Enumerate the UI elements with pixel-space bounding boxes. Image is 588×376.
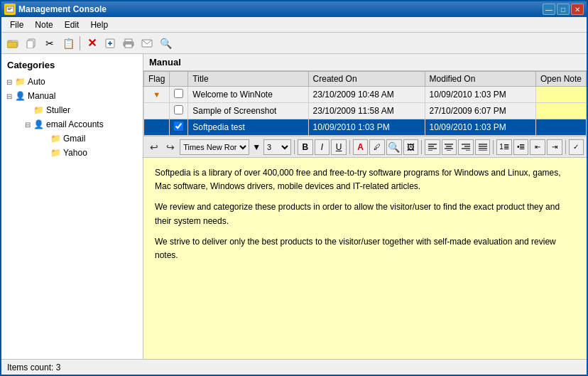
font-color-button[interactable]: A	[353, 139, 369, 155]
filter-icon: ▼	[153, 90, 160, 99]
editor-sep-5	[565, 140, 566, 154]
row3-check[interactable]	[170, 119, 188, 136]
row3-checkbox[interactable]	[174, 122, 183, 131]
window-title: Management Console	[18, 4, 107, 14]
row2-checkbox[interactable]	[174, 105, 183, 114]
toolbar-delete-red[interactable]: ✕	[83, 35, 100, 52]
folder-icon-gmail: 📁	[50, 133, 61, 144]
row1-open[interactable]	[535, 87, 586, 103]
sidebar-label-yahoo: Yahoo	[63, 148, 87, 158]
col-created[interactable]: Created On	[308, 72, 425, 87]
editor-area: ↩ ↪ Times New Ror Arial Verdana ▼ 3 1 2 …	[143, 136, 587, 359]
tree-toggle-manual[interactable]: ⊟	[4, 91, 14, 101]
toolbar-email[interactable]	[138, 35, 156, 52]
close-button[interactable]: ✕	[571, 4, 584, 15]
menu-note[interactable]: Note	[29, 18, 58, 31]
menu-help[interactable]: Help	[85, 18, 114, 31]
app-icon	[4, 4, 16, 15]
row3-open[interactable]	[535, 119, 586, 136]
toolbar-open[interactable]	[4, 35, 21, 52]
toolbar-copy[interactable]	[23, 35, 40, 52]
toolbar-separator-1	[80, 36, 80, 50]
image-button[interactable]: 🖼	[403, 139, 419, 155]
toolbar-paste[interactable]: 📋	[60, 35, 77, 52]
editor-content[interactable]: Softpedia is a library of over 400,000 f…	[143, 158, 587, 359]
svg-rect-13	[125, 44, 132, 48]
tree-toggle-auto[interactable]: ⊟	[4, 77, 14, 87]
highlight-button[interactable]: 🖊	[369, 139, 385, 155]
col-check	[170, 72, 188, 87]
bold-button[interactable]: B	[298, 139, 313, 155]
main-content: Categories ⊟ 📁 Auto ⊟ 👤 Manual 📁 Stuller	[1, 54, 587, 359]
row2-check[interactable]	[170, 103, 188, 119]
col-open[interactable]: Open Note	[535, 72, 586, 87]
spellcheck-button[interactable]: 🔍	[386, 139, 402, 155]
sidebar-item-stuller[interactable]: 📁 Stuller	[1, 103, 143, 117]
row2-flag	[144, 103, 170, 119]
align-center-button[interactable]	[442, 139, 457, 155]
menu-file[interactable]: File	[4, 18, 29, 31]
right-panel: Manual Flag Title Created On Modified On…	[143, 54, 587, 359]
tree-toggle-email[interactable]: ⊟	[23, 119, 33, 129]
row1-title[interactable]: Welcome to WinNote	[188, 87, 308, 103]
align-right-button[interactable]	[458, 139, 474, 155]
editor-para-3: We strive to deliver only the best produ…	[155, 235, 575, 262]
col-title[interactable]: Title	[188, 72, 308, 87]
col-modified[interactable]: Modified On	[425, 72, 535, 87]
minimize-button[interactable]: —	[543, 4, 555, 15]
table-row[interactable]: ▼ Welcome to WinNote 23/10/2009 10:48 AM…	[144, 87, 587, 103]
toolbar-cut[interactable]: ✂	[41, 35, 58, 52]
sidebar-label-gmail: Gmail	[63, 134, 85, 144]
menu-edit[interactable]: Edit	[59, 18, 85, 31]
sidebar-label-auto: Auto	[28, 77, 45, 87]
outdent-button[interactable]: ⇤	[530, 139, 545, 155]
indent-button[interactable]: ⇥	[547, 139, 562, 155]
unordered-list-button[interactable]: •≣	[513, 139, 529, 155]
redo-button[interactable]: ↪	[163, 139, 179, 155]
more-button[interactable]: ✓	[569, 139, 584, 155]
font-selector[interactable]: Times New Ror Arial Verdana	[180, 139, 249, 155]
tree-toggle-gmail	[40, 134, 50, 144]
sidebar-item-gmail[interactable]: 📁 Gmail	[1, 131, 143, 146]
main-window: Management Console — □ ✕ File Note Edit …	[0, 0, 588, 376]
row3-flag	[144, 119, 170, 136]
notes-table-container: Flag Title Created On Modified On Open N…	[143, 71, 587, 136]
row2-open[interactable]	[535, 103, 586, 119]
person-icon-email: 👤	[33, 119, 44, 130]
folder-icon-stuller: 📁	[33, 104, 44, 116]
sidebar-label-manual: Manual	[28, 91, 55, 101]
sidebar-item-manual[interactable]: ⊟ 👤 Manual	[1, 89, 143, 103]
toolbar-new[interactable]	[102, 35, 119, 52]
sidebar-item-auto[interactable]: ⊟ 📁 Auto	[1, 75, 143, 89]
folder-icon-auto: 📁	[14, 76, 26, 87]
row1-check[interactable]	[170, 87, 188, 103]
status-bar: Items count: 3	[1, 359, 587, 375]
table-row[interactable]: Sample of Screenshot 23/10/2009 11:58 AM…	[144, 103, 587, 119]
row2-title[interactable]: Sample of Screenshot	[188, 103, 308, 119]
col-flag[interactable]: Flag	[144, 72, 170, 87]
ordered-list-button[interactable]: 1≣	[496, 139, 512, 155]
undo-button[interactable]: ↩	[146, 139, 162, 155]
svg-rect-5	[7, 42, 17, 48]
row1-checkbox[interactable]	[174, 89, 183, 98]
sidebar: Categories ⊟ 📁 Auto ⊟ 👤 Manual 📁 Stuller	[1, 54, 143, 359]
align-justify-button[interactable]	[475, 139, 491, 155]
table-row[interactable]: Softpedia test 10/09/2010 1:03 PM 10/09/…	[144, 119, 587, 136]
sidebar-item-yahoo[interactable]: 📁 Yahoo	[1, 146, 143, 160]
toolbar-print[interactable]	[120, 35, 137, 52]
tree-toggle-yahoo	[40, 148, 50, 158]
editor-sep-3	[421, 140, 422, 154]
editor-para-2: We review and categorize these products …	[155, 200, 575, 227]
title-bar-left: Management Console	[4, 4, 107, 15]
italic-button[interactable]: I	[315, 139, 330, 155]
row3-modified: 10/09/2010 1:03 PM	[425, 119, 535, 136]
align-left-button[interactable]	[425, 139, 440, 155]
toolbar-search[interactable]: 🔍	[157, 35, 174, 52]
underline-button[interactable]: U	[331, 139, 347, 155]
sidebar-item-email[interactable]: ⊟ 👤 email Accounts	[1, 117, 143, 131]
size-selector[interactable]: 3 1 2 4 5	[263, 139, 291, 155]
maximize-button[interactable]: □	[557, 4, 570, 15]
row3-title[interactable]: Softpedia test	[188, 119, 308, 136]
svg-rect-2	[8, 9, 11, 10]
row1-created: 23/10/2009 10:48 AM	[308, 87, 425, 103]
